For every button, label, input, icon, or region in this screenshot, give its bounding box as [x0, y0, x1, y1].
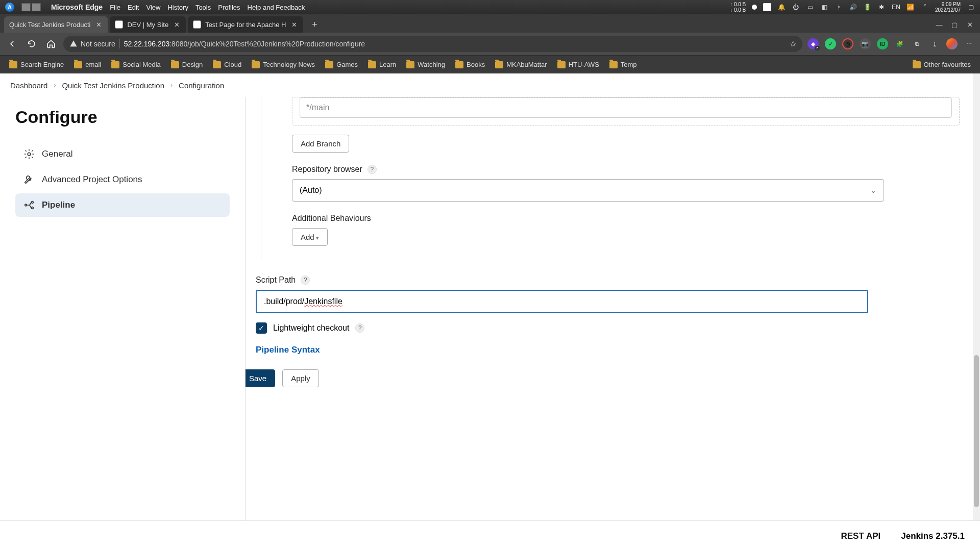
menu-view[interactable]: View [146, 4, 160, 11]
tray-end-icon[interactable]: ▢ [967, 3, 975, 11]
bookmark-design[interactable]: Design [167, 59, 207, 70]
bookmark-cloud[interactable]: Cloud [209, 59, 246, 70]
extension-icon-3[interactable]: ◎ [842, 38, 853, 49]
maximize-button[interactable]: ▢ [948, 18, 961, 31]
breadcrumb-job[interactable]: Quick Test Jenkins Production [62, 81, 164, 90]
menu-history[interactable]: History [167, 4, 188, 11]
not-secure-label: Not secure [81, 40, 115, 48]
tab-apache[interactable]: Test Page for the Apache H ✕ [188, 16, 303, 33]
power-icon[interactable]: ⏻ [792, 3, 800, 11]
extension-icon-4[interactable]: 📷 [860, 38, 871, 49]
menu-help[interactable]: Help and Feedback [248, 4, 305, 11]
address-bar[interactable]: Not secure 52.22.196.203:8080/job/Quick%… [63, 36, 802, 52]
sidebar-item-general[interactable]: General [15, 142, 230, 166]
favorite-icon[interactable]: ✩ [790, 40, 796, 48]
bookmark-search-engine[interactable]: Search Engine [5, 59, 68, 70]
breadcrumb-configuration[interactable]: Configuration [179, 81, 224, 90]
bookmark-htu-aws[interactable]: HTU-AWS [553, 59, 603, 70]
bell-icon[interactable]: 🔔 [777, 3, 786, 11]
bookmark-tech-news[interactable]: Technology News [248, 59, 319, 70]
tab-title: Test Page for the Apache H [205, 21, 286, 29]
add-behaviour-button[interactable]: Add [292, 228, 328, 246]
sidebar-item-label: Pipeline [42, 200, 75, 210]
volume-icon[interactable]: 🔊 [849, 3, 857, 11]
minimize-button[interactable]: — [933, 18, 945, 31]
window-switcher-icon[interactable] [21, 3, 41, 11]
extension-icon-1[interactable]: ◆ [807, 38, 819, 49]
extension-icon-5[interactable]: ID [877, 38, 888, 49]
script-path-input[interactable]: .build/prod/Jenkinsfile [256, 290, 868, 313]
arch-logo-icon: A [5, 3, 14, 12]
chevron-down-icon[interactable]: ˅ [921, 3, 929, 11]
wifi-icon[interactable]: 📶 [906, 3, 915, 11]
new-tab-button[interactable]: + [307, 17, 322, 32]
back-button[interactable] [5, 37, 19, 51]
downloads-button[interactable]: ⭳ [929, 38, 940, 49]
help-icon[interactable]: ? [355, 323, 364, 333]
folder-icon [74, 61, 82, 68]
help-icon[interactable]: ? [368, 165, 377, 174]
lightweight-checkbox[interactable]: ✓ [256, 322, 267, 334]
sync-icon[interactable]: ✱ [877, 3, 886, 11]
scrollbar[interactable] [973, 73, 980, 520]
folder-icon [913, 61, 921, 68]
bookmark-other-favourites[interactable]: Other favourites [909, 59, 975, 70]
profile-avatar[interactable] [946, 38, 958, 49]
macos-menubar: A Microsoft Edge File Edit View History … [0, 0, 980, 14]
add-branch-button[interactable]: Add Branch [292, 135, 349, 153]
status-dot-icon[interactable] [752, 5, 757, 10]
menu-profiles[interactable]: Profiles [218, 4, 240, 11]
tab-dev[interactable]: DEV | My Site ✕ [110, 16, 186, 33]
sidebar-item-label: General [42, 149, 72, 159]
apply-button[interactable]: Apply [282, 369, 319, 387]
pipeline-icon [23, 199, 35, 211]
more-menu-button[interactable]: ⋯ [964, 38, 975, 49]
page-title: Configure [15, 107, 230, 127]
extension-icon-2[interactable]: ✓ [825, 38, 836, 49]
tab-jenkins[interactable]: Quick Test Jenkins Producti ✕ [4, 16, 108, 33]
bookmark-temp[interactable]: Temp [605, 59, 641, 70]
close-icon[interactable]: ✕ [94, 20, 103, 29]
branch-field[interactable]: */main [300, 97, 952, 118]
bookmark-email[interactable]: email [70, 59, 105, 70]
bluetooth-icon[interactable]: ᚼ [835, 3, 843, 11]
bookmark-social-media[interactable]: Social Media [107, 59, 164, 70]
collections-button[interactable]: ⧉ [912, 38, 923, 49]
lightweight-label: Lightweight checkout [273, 323, 349, 333]
tab-title: Quick Test Jenkins Producti [9, 21, 90, 29]
close-window-button[interactable]: ✕ [964, 18, 976, 31]
bookmark-games[interactable]: Games [321, 59, 362, 70]
rest-api-link[interactable]: REST API [841, 531, 880, 541]
menu-edit[interactable]: Edit [128, 4, 139, 11]
close-icon[interactable]: ✕ [173, 20, 181, 29]
scrollbar-thumb[interactable] [974, 355, 979, 507]
sidebar-item-advanced[interactable]: Advanced Project Options [15, 168, 230, 191]
refresh-button[interactable] [24, 37, 39, 51]
extensions-button[interactable]: 🧩 [894, 38, 905, 49]
home-button[interactable] [44, 37, 58, 51]
bookmark-learn[interactable]: Learn [364, 59, 400, 70]
pipeline-syntax-link[interactable]: Pipeline Syntax [256, 345, 320, 355]
app-name: Microsoft Edge [51, 3, 103, 11]
breadcrumb-dashboard[interactable]: Dashboard [10, 81, 47, 90]
bookmark-watching[interactable]: Watching [402, 59, 449, 70]
menu-tools[interactable]: Tools [195, 4, 211, 11]
menu-file[interactable]: File [110, 4, 120, 11]
sidebar-item-pipeline[interactable]: Pipeline [15, 193, 230, 217]
language-indicator[interactable]: EN [892, 4, 900, 11]
bookmark-mkabumattar[interactable]: MKAbuMattar [491, 59, 551, 70]
tray-icon-1[interactable]: ▭ [806, 3, 814, 11]
tray-app-icon[interactable] [763, 3, 771, 11]
battery-icon[interactable]: 🔋 [863, 3, 871, 11]
folder-icon [171, 61, 179, 68]
save-button[interactable]: Save [245, 369, 275, 387]
close-icon[interactable]: ✕ [290, 20, 298, 29]
tray-icon-2[interactable]: ◧ [820, 3, 828, 11]
folder-icon [495, 61, 503, 68]
svg-point-2 [32, 202, 34, 204]
repo-browser-select[interactable]: (Auto) ⌄ [292, 179, 884, 202]
bookmark-books[interactable]: Books [451, 59, 489, 70]
security-warning[interactable]: Not secure [69, 40, 115, 48]
help-icon[interactable]: ? [301, 276, 310, 285]
folder-icon [213, 61, 221, 68]
